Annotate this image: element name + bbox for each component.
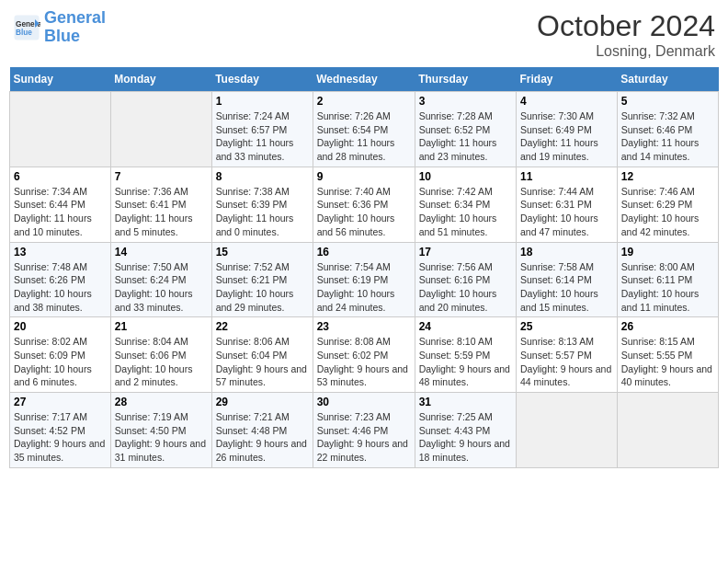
day-info: Sunrise: 7:40 AMSunset: 6:36 PMDaylight:… bbox=[317, 185, 411, 239]
day-number: 23 bbox=[317, 320, 411, 333]
day-info: Sunrise: 7:54 AMSunset: 6:19 PMDaylight:… bbox=[317, 260, 411, 315]
calendar-cell: 4Sunrise: 7:30 AMSunset: 6:49 PMDaylight… bbox=[517, 92, 618, 167]
header-row: SundayMondayTuesdayWednesdayThursdayFrid… bbox=[10, 67, 719, 92]
day-number: 15 bbox=[216, 246, 309, 259]
day-number: 27 bbox=[14, 396, 107, 408]
calendar-cell: 29Sunrise: 7:21 AMSunset: 4:48 PMDayligh… bbox=[211, 393, 313, 468]
day-info: Sunrise: 7:36 AMSunset: 6:41 PMDaylight:… bbox=[115, 185, 208, 239]
day-number: 19 bbox=[621, 246, 714, 259]
calendar-cell: 9Sunrise: 7:40 AMSunset: 6:36 PMDaylight… bbox=[313, 167, 415, 242]
calendar-week-row: 1Sunrise: 7:24 AMSunset: 6:57 PMDaylight… bbox=[10, 92, 719, 167]
header-day: Sunday bbox=[10, 67, 111, 92]
day-info: Sunrise: 7:56 AMSunset: 6:16 PMDaylight:… bbox=[419, 260, 512, 315]
day-info: Sunrise: 7:21 AMSunset: 4:48 PMDaylight:… bbox=[216, 410, 309, 465]
calendar-cell: 27Sunrise: 7:17 AMSunset: 4:52 PMDayligh… bbox=[10, 393, 111, 468]
calendar-week-row: 20Sunrise: 8:02 AMSunset: 6:09 PMDayligh… bbox=[10, 317, 719, 393]
day-info: Sunrise: 7:24 AMSunset: 6:57 PMDaylight:… bbox=[216, 109, 309, 164]
calendar-cell: 25Sunrise: 8:13 AMSunset: 5:57 PMDayligh… bbox=[517, 317, 618, 393]
header-day: Thursday bbox=[415, 67, 516, 92]
day-number: 4 bbox=[520, 95, 613, 108]
day-info: Sunrise: 8:02 AMSunset: 6:09 PMDaylight:… bbox=[14, 335, 107, 389]
calendar-week-row: 6Sunrise: 7:34 AMSunset: 6:44 PMDaylight… bbox=[10, 167, 719, 242]
day-number: 13 bbox=[14, 246, 107, 259]
day-info: Sunrise: 7:48 AMSunset: 6:26 PMDaylight:… bbox=[14, 260, 107, 315]
day-number: 28 bbox=[115, 396, 208, 408]
day-info: Sunrise: 7:17 AMSunset: 4:52 PMDaylight:… bbox=[14, 410, 107, 465]
day-info: Sunrise: 7:38 AMSunset: 6:39 PMDaylight:… bbox=[216, 185, 309, 239]
day-info: Sunrise: 8:00 AMSunset: 6:11 PMDaylight:… bbox=[621, 260, 714, 315]
day-info: Sunrise: 8:10 AMSunset: 5:59 PMDaylight:… bbox=[419, 335, 512, 389]
calendar-cell: 8Sunrise: 7:38 AMSunset: 6:39 PMDaylight… bbox=[211, 167, 313, 242]
day-number: 17 bbox=[419, 246, 512, 259]
day-info: Sunrise: 7:28 AMSunset: 6:52 PMDaylight:… bbox=[419, 109, 512, 164]
calendar-cell: 1Sunrise: 7:24 AMSunset: 6:57 PMDaylight… bbox=[211, 92, 313, 167]
day-number: 29 bbox=[216, 396, 309, 408]
calendar-cell: 20Sunrise: 8:02 AMSunset: 6:09 PMDayligh… bbox=[10, 317, 111, 393]
calendar-cell: 30Sunrise: 7:23 AMSunset: 4:46 PMDayligh… bbox=[313, 393, 415, 468]
day-info: Sunrise: 8:13 AMSunset: 5:57 PMDaylight:… bbox=[520, 335, 613, 389]
day-info: Sunrise: 7:34 AMSunset: 6:44 PMDaylight:… bbox=[14, 185, 107, 239]
calendar-cell: 5Sunrise: 7:32 AMSunset: 6:46 PMDaylight… bbox=[617, 92, 718, 167]
calendar-cell bbox=[10, 92, 111, 167]
day-number: 6 bbox=[14, 170, 107, 183]
calendar-cell: 17Sunrise: 7:56 AMSunset: 6:16 PMDayligh… bbox=[415, 242, 516, 317]
day-info: Sunrise: 7:50 AMSunset: 6:24 PMDaylight:… bbox=[115, 260, 208, 315]
calendar-cell: 23Sunrise: 8:08 AMSunset: 6:02 PMDayligh… bbox=[313, 317, 415, 393]
calendar-cell: 11Sunrise: 7:44 AMSunset: 6:31 PMDayligh… bbox=[517, 167, 618, 242]
header-day: Monday bbox=[110, 67, 211, 92]
calendar-cell: 15Sunrise: 7:52 AMSunset: 6:21 PMDayligh… bbox=[211, 242, 313, 317]
day-number: 21 bbox=[115, 320, 208, 333]
calendar-cell: 13Sunrise: 7:48 AMSunset: 6:26 PMDayligh… bbox=[10, 242, 111, 317]
day-info: Sunrise: 8:06 AMSunset: 6:04 PMDaylight:… bbox=[216, 335, 309, 389]
day-number: 26 bbox=[621, 320, 714, 333]
day-info: Sunrise: 8:04 AMSunset: 6:06 PMDaylight:… bbox=[115, 335, 208, 389]
calendar-cell: 26Sunrise: 8:15 AMSunset: 5:55 PMDayligh… bbox=[617, 317, 718, 393]
calendar-cell bbox=[617, 393, 718, 468]
day-info: Sunrise: 7:32 AMSunset: 6:46 PMDaylight:… bbox=[621, 109, 714, 164]
calendar-cell bbox=[110, 92, 211, 167]
day-number: 24 bbox=[419, 320, 512, 333]
day-number: 9 bbox=[317, 170, 411, 183]
calendar-cell: 14Sunrise: 7:50 AMSunset: 6:24 PMDayligh… bbox=[110, 242, 211, 317]
day-info: Sunrise: 7:46 AMSunset: 6:29 PMDaylight:… bbox=[621, 185, 714, 239]
day-info: Sunrise: 7:19 AMSunset: 4:50 PMDaylight:… bbox=[115, 410, 208, 465]
page-header: General Blue GeneralBlue October 2024 Lo… bbox=[9, 9, 719, 60]
day-number: 14 bbox=[115, 246, 208, 259]
day-number: 1 bbox=[216, 95, 309, 108]
calendar-header: SundayMondayTuesdayWednesdayThursdayFrid… bbox=[10, 67, 719, 92]
calendar-cell: 7Sunrise: 7:36 AMSunset: 6:41 PMDaylight… bbox=[110, 167, 211, 242]
day-info: Sunrise: 7:52 AMSunset: 6:21 PMDaylight:… bbox=[216, 260, 309, 315]
calendar-cell: 10Sunrise: 7:42 AMSunset: 6:34 PMDayligh… bbox=[415, 167, 516, 242]
day-info: Sunrise: 7:23 AMSunset: 4:46 PMDaylight:… bbox=[317, 410, 411, 465]
calendar-cell: 24Sunrise: 8:10 AMSunset: 5:59 PMDayligh… bbox=[415, 317, 516, 393]
calendar-week-row: 13Sunrise: 7:48 AMSunset: 6:26 PMDayligh… bbox=[10, 242, 719, 317]
calendar-cell: 3Sunrise: 7:28 AMSunset: 6:52 PMDaylight… bbox=[415, 92, 516, 167]
day-info: Sunrise: 7:44 AMSunset: 6:31 PMDaylight:… bbox=[520, 185, 613, 239]
day-number: 7 bbox=[115, 170, 208, 183]
calendar-cell: 21Sunrise: 8:04 AMSunset: 6:06 PMDayligh… bbox=[110, 317, 211, 393]
day-info: Sunrise: 8:15 AMSunset: 5:55 PMDaylight:… bbox=[621, 335, 714, 389]
day-number: 8 bbox=[216, 170, 309, 183]
day-info: Sunrise: 7:26 AMSunset: 6:54 PMDaylight:… bbox=[317, 109, 411, 164]
calendar-cell: 6Sunrise: 7:34 AMSunset: 6:44 PMDaylight… bbox=[10, 167, 111, 242]
day-number: 18 bbox=[520, 246, 613, 259]
month-title: October 2024 bbox=[537, 9, 715, 43]
header-day: Friday bbox=[517, 67, 618, 92]
logo: General Blue GeneralBlue bbox=[13, 9, 106, 46]
logo-text: GeneralBlue bbox=[44, 9, 106, 46]
calendar-table: SundayMondayTuesdayWednesdayThursdayFrid… bbox=[9, 67, 719, 468]
day-number: 16 bbox=[317, 246, 411, 259]
calendar-cell: 16Sunrise: 7:54 AMSunset: 6:19 PMDayligh… bbox=[313, 242, 415, 317]
calendar-cell: 18Sunrise: 7:58 AMSunset: 6:14 PMDayligh… bbox=[517, 242, 618, 317]
svg-text:Blue: Blue bbox=[16, 28, 32, 36]
day-number: 25 bbox=[520, 320, 613, 333]
day-number: 11 bbox=[520, 170, 613, 183]
day-number: 3 bbox=[419, 95, 512, 108]
day-info: Sunrise: 8:08 AMSunset: 6:02 PMDaylight:… bbox=[317, 335, 411, 389]
day-number: 31 bbox=[419, 396, 512, 408]
title-area: October 2024 Losning, Denmark bbox=[537, 9, 715, 60]
header-day: Tuesday bbox=[211, 67, 313, 92]
header-day: Saturday bbox=[617, 67, 718, 92]
calendar-cell: 2Sunrise: 7:26 AMSunset: 6:54 PMDaylight… bbox=[313, 92, 415, 167]
day-number: 5 bbox=[621, 95, 714, 108]
